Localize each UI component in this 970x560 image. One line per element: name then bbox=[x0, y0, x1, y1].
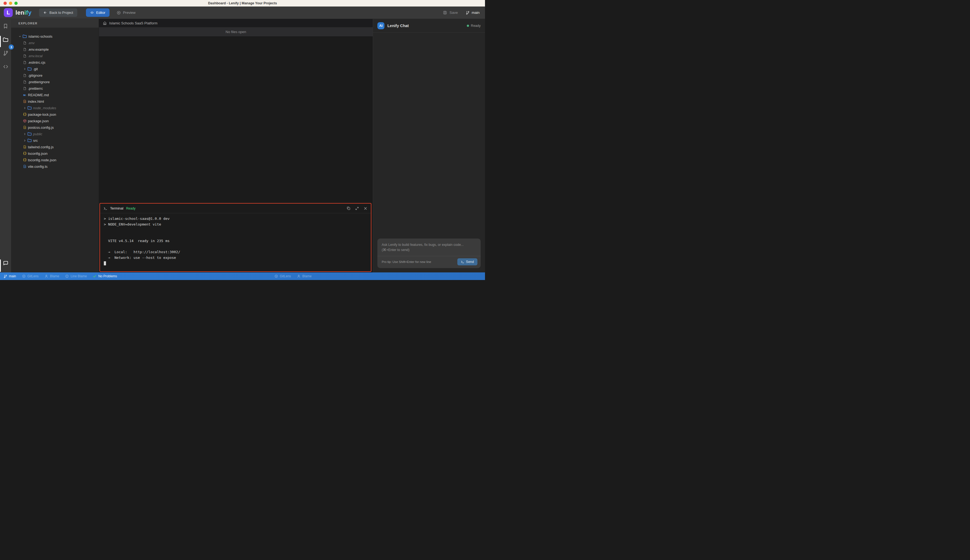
terminal-copy-icon[interactable] bbox=[347, 206, 350, 210]
save-label: Save bbox=[450, 10, 458, 15]
folder-icon bbox=[23, 34, 27, 38]
statusbar-branch[interactable]: main bbox=[3, 274, 16, 278]
file-icon bbox=[23, 80, 27, 84]
file-row[interactable]: index.html bbox=[11, 98, 99, 105]
file-name: node_modules bbox=[33, 106, 56, 110]
file-row[interactable]: tailwind.config.js bbox=[11, 144, 99, 150]
chevron-right-icon bbox=[23, 107, 26, 110]
code-view-icon[interactable] bbox=[2, 63, 9, 70]
file-row[interactable]: .prettierrc bbox=[11, 85, 99, 92]
file-row[interactable]: .env.local bbox=[11, 53, 99, 59]
preview-eye-icon bbox=[117, 10, 121, 15]
file-icon bbox=[23, 61, 27, 64]
folder-row-root[interactable]: islamic-schools bbox=[11, 33, 99, 40]
terminal-status: Ready bbox=[126, 207, 135, 210]
folder-row[interactable]: .git bbox=[11, 66, 99, 72]
file-row[interactable]: .env.example bbox=[11, 46, 99, 53]
lenify-chat-panel: AI Lenify Chat Ready Pro tip: Use Shift+… bbox=[373, 19, 485, 272]
lenify-logo: L bbox=[4, 8, 13, 17]
preview-label: Preview bbox=[123, 10, 135, 15]
file-row[interactable]: vite.config.ts bbox=[11, 163, 99, 170]
file-name: .env.local bbox=[28, 54, 43, 58]
active-view-indicator bbox=[0, 36, 1, 47]
chat-status: Ready bbox=[467, 24, 481, 28]
code-orange-icon bbox=[23, 100, 27, 103]
folder-icon bbox=[27, 67, 32, 71]
file-row[interactable]: .gitignore bbox=[11, 72, 99, 78]
chat-input-footer: Pro tip: Use Shift+Enter for new line Se… bbox=[377, 256, 481, 268]
file-row[interactable]: .prettierignore bbox=[11, 78, 99, 85]
file-name: .prettierrc bbox=[28, 87, 43, 90]
file-row[interactable]: package.json bbox=[11, 118, 99, 124]
chat-message-area bbox=[373, 33, 485, 238]
save-floppy-icon bbox=[443, 10, 447, 15]
send-button[interactable]: Send bbox=[457, 258, 477, 265]
terminal-prompt-icon bbox=[103, 207, 107, 210]
folder-row[interactable]: public bbox=[11, 131, 99, 137]
active-chat-indicator bbox=[0, 259, 1, 272]
terminal-expand-icon[interactable] bbox=[355, 207, 359, 210]
file-row[interactable]: {}tsconfig.json bbox=[11, 150, 99, 157]
source-control-icon[interactable] bbox=[2, 50, 9, 57]
explorer-title: EXPLORER bbox=[18, 22, 37, 25]
file-name: src bbox=[33, 138, 38, 143]
terminal-close-icon[interactable] bbox=[363, 207, 367, 210]
preview-tab-button[interactable]: Preview bbox=[114, 8, 138, 17]
file-name: .env bbox=[28, 41, 35, 45]
chat-title: Lenify Chat bbox=[387, 23, 409, 28]
statusbar-item-line-blame[interactable]: Line Blame bbox=[65, 274, 87, 278]
chevron-right-icon bbox=[23, 133, 26, 135]
braces-icon: {} bbox=[23, 158, 27, 162]
file-row[interactable]: {}package-lock.json bbox=[11, 111, 99, 118]
no-problems-label: No Problems bbox=[98, 274, 117, 278]
activity-bar: 3 bbox=[0, 19, 11, 272]
file-row[interactable]: {}tsconfig.node.json bbox=[11, 157, 99, 163]
file-row[interactable]: .env bbox=[11, 40, 99, 46]
save-button[interactable]: Save bbox=[443, 10, 458, 15]
send-prompt-icon bbox=[461, 260, 464, 263]
chat-status-label: Ready bbox=[471, 24, 481, 28]
file-name: README.md bbox=[28, 93, 49, 97]
status-bar: main GitLensBlameLine Blame No Problems … bbox=[0, 272, 485, 280]
editor-label: Editor bbox=[96, 10, 105, 15]
chat-input[interactable] bbox=[377, 238, 481, 256]
folder-row[interactable]: node_modules bbox=[11, 105, 99, 111]
statusbar-item-blame[interactable]: Blame bbox=[297, 274, 312, 278]
folder-row[interactable]: src bbox=[11, 137, 99, 144]
braces-icon: {} bbox=[23, 112, 27, 116]
back-to-project-button[interactable]: Back to Project bbox=[39, 8, 77, 17]
code-brackets-icon bbox=[90, 10, 94, 15]
terminal-header: Terminal Ready bbox=[100, 203, 371, 213]
file-name: tsconfig.node.json bbox=[28, 158, 57, 162]
markdown-icon: M↓ bbox=[23, 93, 27, 97]
file-row[interactable]: .eslintrc.cjs bbox=[11, 59, 99, 66]
ready-status-dot bbox=[467, 25, 469, 27]
branch-selector[interactable]: main bbox=[465, 10, 480, 15]
terminal-panel: Terminal Ready > islamic-school-saas@1.0… bbox=[100, 203, 372, 272]
file-row[interactable]: M↓README.md bbox=[11, 92, 99, 98]
file-name: .env.example bbox=[28, 47, 48, 52]
chat-input-card: Pro tip: Use Shift+Enter for new line Se… bbox=[377, 238, 481, 268]
statusbar-item-gitlens[interactable]: GitLens bbox=[274, 274, 291, 278]
statusbar-item-gitlens[interactable]: GitLens bbox=[22, 274, 38, 278]
folder-icon bbox=[27, 138, 32, 143]
logo-letter: L bbox=[7, 10, 10, 16]
pro-tip-text: Pro tip: Use Shift+Enter for new line bbox=[382, 260, 431, 263]
statusbar-no-problems[interactable]: No Problems bbox=[93, 274, 117, 278]
statusbar-item-blame[interactable]: Blame bbox=[45, 274, 59, 278]
file-row[interactable]: postcss.config.js bbox=[11, 124, 99, 131]
chat-bubble-icon[interactable] bbox=[2, 260, 9, 267]
editor-tab-button[interactable]: Editor bbox=[86, 8, 110, 17]
explorer-folder-icon[interactable] bbox=[2, 36, 9, 43]
file-name: .eslintrc.cjs bbox=[28, 60, 45, 65]
file-icon bbox=[23, 54, 27, 58]
code-yellow-icon bbox=[23, 125, 27, 129]
file-name: index.html bbox=[28, 100, 44, 103]
terminal-output[interactable]: > islamic-school-saas@1.0.0 dev> NODE_EN… bbox=[100, 213, 371, 269]
bookmark-icon[interactable] bbox=[2, 23, 9, 29]
editor-area: Islamic Schools SaaS Platform No files o… bbox=[99, 19, 373, 272]
file-name: postcss.config.js bbox=[28, 125, 54, 130]
project-tab-bar[interactable]: Islamic Schools SaaS Platform bbox=[99, 19, 373, 27]
terminal-cursor bbox=[104, 261, 106, 265]
file-name: package-lock.json bbox=[28, 112, 56, 117]
